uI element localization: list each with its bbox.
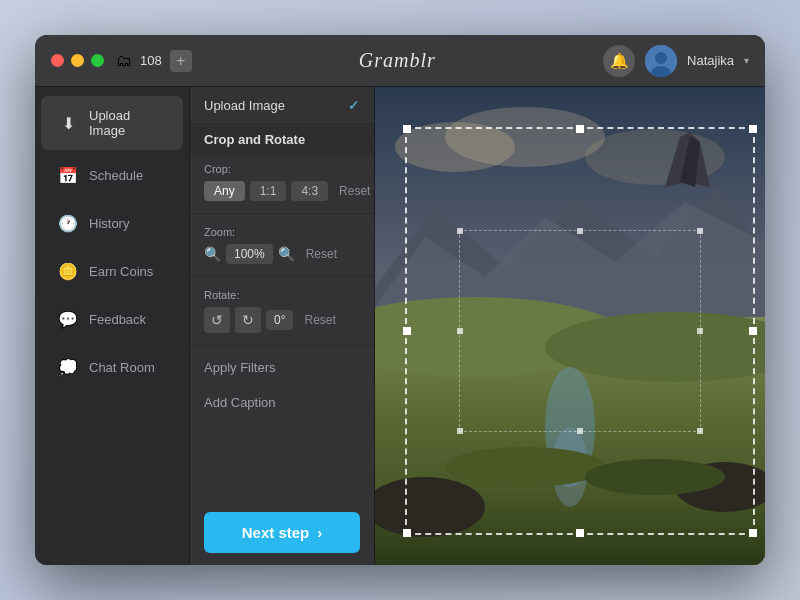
sidebar-label-earn-coins: Earn Coins — [89, 264, 153, 279]
main-content: ⬇ Upload Image 📅 Schedule 🕐 History 🪙 Ea… — [35, 87, 765, 565]
landscape-image — [375, 87, 765, 565]
sidebar: ⬇ Upload Image 📅 Schedule 🕐 History 🪙 Ea… — [35, 87, 190, 565]
divider-2 — [190, 276, 374, 277]
apply-filters-link[interactable]: Apply Filters — [190, 350, 374, 385]
history-icon: 🕐 — [57, 212, 79, 234]
add-caption-link[interactable]: Add Caption — [190, 385, 374, 420]
crop-any-button[interactable]: Any — [204, 181, 245, 201]
feedback-icon: 💬 — [57, 308, 79, 330]
rotate-reset-button[interactable]: Reset — [298, 310, 341, 330]
chat-icon: 💭 — [57, 356, 79, 378]
minimize-button[interactable] — [71, 54, 84, 67]
svg-point-19 — [585, 459, 725, 495]
sidebar-label-schedule: Schedule — [89, 168, 143, 183]
svg-point-1 — [655, 52, 667, 64]
tab-add-button[interactable]: + — [170, 50, 192, 72]
menu-upload-image[interactable]: Upload Image ✓ — [190, 87, 374, 124]
next-step-label: Next step — [242, 524, 310, 541]
crop-4-3-button[interactable]: 4:3 — [291, 181, 328, 201]
sidebar-item-schedule[interactable]: 📅 Schedule — [41, 152, 183, 198]
sidebar-label-feedback: Feedback — [89, 312, 146, 327]
zoom-in-icon[interactable]: 🔍 — [278, 246, 295, 262]
close-button[interactable] — [51, 54, 64, 67]
header-right: 🔔 Natajika ▾ — [603, 45, 749, 77]
app-window: 🗂 108 + Gramblr 🔔 Natajika ▾ ⬇ — [35, 35, 765, 565]
tab-area: 🗂 108 + — [116, 50, 192, 72]
next-step-bar: Next step › — [190, 500, 374, 565]
user-name: Natajika — [687, 53, 734, 68]
rotate-degree: 0° — [266, 310, 293, 330]
sidebar-item-chat-room[interactable]: 💭 Chat Room — [41, 344, 183, 390]
rotate-cw-button[interactable]: ↻ — [235, 307, 261, 333]
svg-point-5 — [445, 107, 605, 167]
next-step-arrow: › — [317, 524, 322, 541]
next-step-button[interactable]: Next step › — [204, 512, 360, 553]
coins-icon: 🪙 — [57, 260, 79, 282]
zoom-buttons: 🔍 100% 🔍 Reset — [204, 244, 360, 264]
sidebar-label-chat-room: Chat Room — [89, 360, 155, 375]
svg-point-18 — [445, 447, 605, 487]
rotate-buttons: ↺ ↻ 0° Reset — [204, 307, 360, 333]
schedule-icon: 📅 — [57, 164, 79, 186]
upload-icon: ⬇ — [57, 112, 79, 134]
divider-3 — [190, 345, 374, 346]
divider-1 — [190, 213, 374, 214]
notification-button[interactable]: 🔔 — [603, 45, 635, 77]
bell-icon: 🔔 — [610, 52, 629, 70]
zoom-reset-button[interactable]: Reset — [300, 244, 343, 264]
tab-icon: 🗂 — [116, 52, 132, 70]
crop-buttons: Any 1:1 4:3 Reset — [204, 181, 360, 201]
chevron-down-icon[interactable]: ▾ — [744, 55, 749, 66]
check-icon: ✓ — [348, 97, 360, 113]
sidebar-label-upload-image: Upload Image — [89, 108, 167, 138]
avatar[interactable] — [645, 45, 677, 77]
title-bar: 🗂 108 + Gramblr 🔔 Natajika ▾ — [35, 35, 765, 87]
rotate-ccw-button[interactable]: ↺ — [204, 307, 230, 333]
zoom-control: Zoom: 🔍 100% 🔍 Reset — [190, 218, 374, 272]
crop-label: Crop: — [204, 163, 360, 175]
app-title: Gramblr — [192, 49, 603, 72]
rotate-control: Rotate: ↺ ↻ 0° Reset — [190, 281, 374, 341]
crop-reset-button[interactable]: Reset — [333, 181, 376, 201]
tab-count: 108 — [140, 53, 162, 68]
rotate-label: Rotate: — [204, 289, 360, 301]
sidebar-item-history[interactable]: 🕐 History — [41, 200, 183, 246]
sub-section-title: Crop and Rotate — [190, 124, 374, 155]
zoom-out-icon[interactable]: 🔍 — [204, 246, 221, 262]
traffic-lights — [51, 54, 104, 67]
avatar-image — [645, 45, 677, 77]
crop-1-1-button[interactable]: 1:1 — [250, 181, 287, 201]
sidebar-label-history: History — [89, 216, 129, 231]
menu-upload-label: Upload Image — [204, 98, 285, 113]
image-area — [375, 87, 765, 565]
zoom-value: 100% — [226, 244, 273, 264]
middle-panel: Upload Image ✓ Crop and Rotate Crop: Any… — [190, 87, 375, 565]
sidebar-item-earn-coins[interactable]: 🪙 Earn Coins — [41, 248, 183, 294]
sidebar-item-feedback[interactable]: 💬 Feedback — [41, 296, 183, 342]
maximize-button[interactable] — [91, 54, 104, 67]
zoom-label: Zoom: — [204, 226, 360, 238]
sidebar-item-upload-image[interactable]: ⬇ Upload Image — [41, 96, 183, 150]
crop-control: Crop: Any 1:1 4:3 Reset — [190, 155, 374, 209]
